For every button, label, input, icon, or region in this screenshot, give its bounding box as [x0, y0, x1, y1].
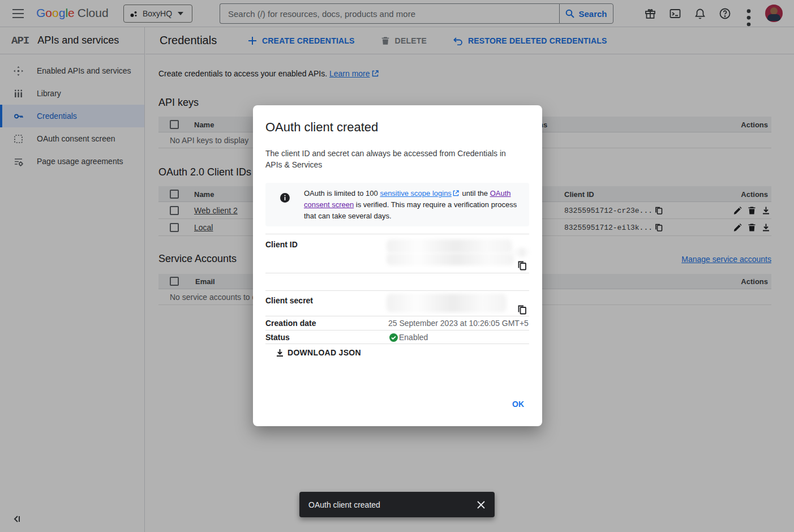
toast-message: OAuth client created	[308, 500, 477, 509]
close-icon[interactable]	[477, 500, 486, 509]
oauth-client-created-dialog: OAuth client created The client ID and s…	[253, 105, 542, 426]
check-circle-icon	[389, 333, 398, 342]
redacted-client-id	[387, 253, 514, 265]
google-cloud-console: GoogleCloud BoxyHQ Search	[0, 0, 794, 532]
creation-date-row: Creation date 25 September 2023 at 10:26…	[265, 316, 529, 330]
download-json-label: DOWNLOAD JSON	[287, 348, 361, 357]
dialog-body-text: The client ID and secret can always be a…	[265, 148, 517, 170]
creation-date-label: Creation date	[265, 319, 316, 328]
dialog-fields: Client ID Client secret Creation date 25…	[265, 234, 529, 344]
download-icon	[276, 349, 284, 357]
redacted-client-secret	[387, 294, 507, 312]
copy-icon[interactable]	[517, 305, 527, 315]
info-icon	[280, 193, 290, 203]
status-value: Enabled	[399, 333, 428, 342]
redacted-client-id	[514, 248, 529, 257]
client-secret-row: Client secret	[265, 290, 529, 316]
status-row: Status Enabled	[265, 330, 529, 344]
dialog-notice: OAuth is limited to 100 sensitive scope …	[265, 183, 529, 226]
client-id-row: Client ID	[265, 234, 529, 273]
status-label: Status	[265, 333, 290, 342]
creation-date-value: 25 September 2023 at 10:26:05 GMT+5	[388, 319, 529, 328]
client-id-label: Client ID	[265, 240, 298, 249]
download-json-button[interactable]: DOWNLOAD JSON	[272, 347, 364, 358]
toast-notification: OAuth client created	[299, 492, 495, 517]
external-link-icon	[453, 190, 459, 196]
copy-icon[interactable]	[517, 261, 527, 271]
dialog-title: OAuth client created	[265, 120, 378, 135]
ok-button[interactable]: OK	[505, 395, 531, 413]
notice-text: OAuth is limited to 100 sensitive scope …	[304, 188, 521, 222]
redacted-client-id	[387, 239, 512, 253]
sensitive-scope-logins-link[interactable]: sensitive scope logins	[380, 189, 451, 198]
client-secret-label: Client secret	[265, 296, 313, 305]
